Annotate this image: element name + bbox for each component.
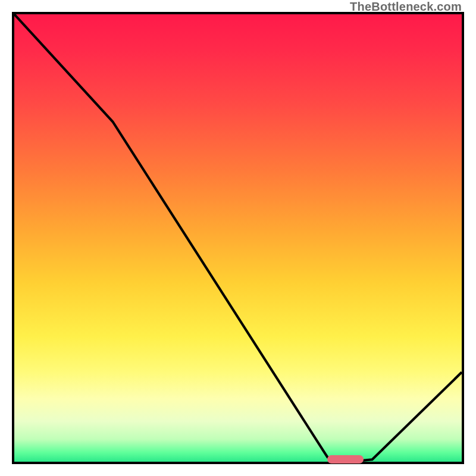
chart-frame xyxy=(12,12,464,464)
bottleneck-curve-path xyxy=(14,14,462,462)
bottleneck-curve xyxy=(14,14,462,462)
optimum-range-marker xyxy=(327,455,363,464)
